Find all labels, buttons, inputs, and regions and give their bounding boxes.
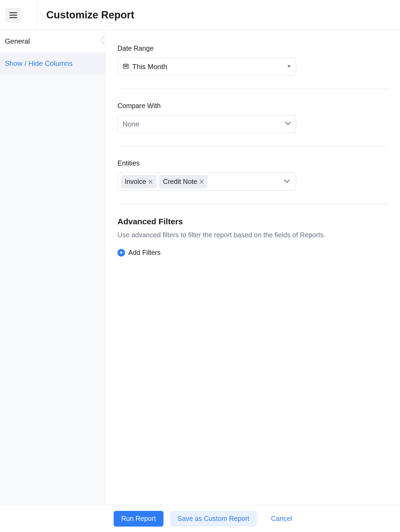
sidebar-item-label: General <box>5 37 30 45</box>
collapse-sidebar-button[interactable] <box>100 35 106 47</box>
sidebar-item-columns[interactable]: Show / Hide Columns <box>0 53 105 74</box>
chevron-down-icon <box>284 179 290 184</box>
close-icon <box>199 180 204 184</box>
svg-point-2 <box>126 66 126 67</box>
add-filters-button[interactable]: + Add Filters <box>117 249 388 257</box>
calendar-icon <box>123 63 129 70</box>
caret-down-icon <box>287 64 291 69</box>
cancel-button[interactable]: Cancel <box>263 511 300 527</box>
advanced-filters-description: Use advanced filters to filter the repor… <box>117 231 388 239</box>
date-range-section: Date Range This Month <box>117 44 388 89</box>
compare-with-value: None <box>123 120 285 128</box>
run-report-button[interactable]: Run Report <box>114 511 163 527</box>
date-range-select[interactable]: This Month <box>117 58 296 76</box>
advanced-filters-section: Advanced Filters Use advanced filters to… <box>117 217 388 257</box>
add-filters-label: Add Filters <box>128 249 160 257</box>
compare-with-select[interactable]: None <box>117 115 296 133</box>
entities-multiselect[interactable]: Invoice Credit Note <box>117 173 296 191</box>
footer: Run Report Save as Custom Report Cancel <box>0 505 400 532</box>
compare-with-label: Compare With <box>117 102 388 110</box>
chevron-down-icon <box>285 122 291 126</box>
header-separator <box>36 0 37 30</box>
sidebar-item-general[interactable]: General <box>0 30 105 53</box>
menu-toggle-button[interactable] <box>5 8 21 22</box>
svg-point-3 <box>127 66 127 67</box>
advanced-filters-title: Advanced Filters <box>117 217 388 226</box>
remove-tag-button[interactable] <box>148 180 153 184</box>
entities-label: Entities <box>117 159 388 167</box>
entities-section: Entities Invoice Credit Note <box>117 159 388 204</box>
sidebar-item-label: Show / Hide Columns <box>5 59 73 67</box>
entity-tag-label: Invoice <box>125 178 146 186</box>
chevron-left-icon <box>100 35 106 46</box>
entity-tag-invoice: Invoice <box>121 175 156 188</box>
entity-tag-credit-note: Credit Note <box>159 175 207 188</box>
entity-tag-label: Credit Note <box>163 178 197 186</box>
date-range-label: Date Range <box>117 44 388 52</box>
sidebar: General Show / Hide Columns <box>0 30 106 505</box>
save-custom-report-button[interactable]: Save as Custom Report <box>170 511 257 527</box>
date-range-value: This Month <box>132 63 287 71</box>
svg-point-1 <box>124 66 125 67</box>
main-content: Date Range This Month Compare With None <box>106 30 400 505</box>
header: Customize Report <box>0 0 400 30</box>
page-title: Customize Report <box>46 9 134 21</box>
compare-with-section: Compare With None <box>117 102 388 146</box>
hamburger-icon <box>9 12 17 18</box>
remove-tag-button[interactable] <box>199 180 204 184</box>
plus-circle-icon: + <box>117 249 125 257</box>
close-icon <box>148 180 153 184</box>
